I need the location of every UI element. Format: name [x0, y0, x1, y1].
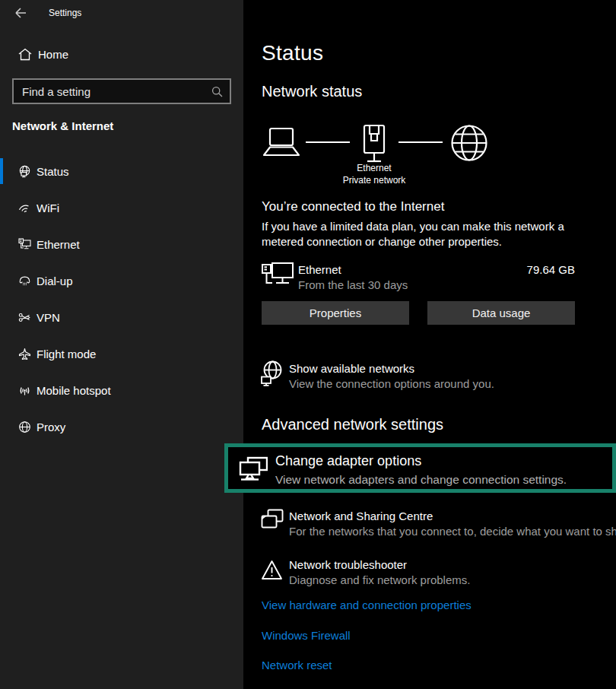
- sidebar-item-wifi[interactable]: WiFi: [0, 189, 243, 226]
- sharing-centre-title[interactable]: Network and Sharing Centre: [289, 510, 433, 522]
- sidebar-item-status[interactable]: Status: [0, 153, 243, 189]
- window-title: Settings: [49, 8, 81, 18]
- sidebar-item-label: VPN: [37, 311, 60, 324]
- sharing-centre-icon: [261, 509, 284, 531]
- selected-accent-bar: [0, 158, 3, 184]
- sidebar-nav: Status WiFi: [0, 153, 243, 445]
- wifi-icon: [18, 202, 31, 214]
- settings-sidebar: Settings Home Network & Internet: [0, 0, 243, 689]
- available-networks-icon[interactable]: [261, 360, 284, 386]
- back-arrow-icon: [13, 5, 28, 21]
- sidebar-item-label: Proxy: [37, 421, 65, 433]
- change-adapter-options-subtitle: View network adapters and change connect…: [275, 473, 567, 487]
- sidebar-item-proxy[interactable]: Proxy: [0, 408, 243, 445]
- sidebar-item-home[interactable]: Home: [18, 46, 68, 62]
- connection-description: If you have a limited data plan, you can…: [262, 219, 583, 249]
- sidebar-item-flight-mode[interactable]: Flight mode: [0, 335, 243, 372]
- troubleshooter-subtitle: Diagnose and fix network problems.: [289, 573, 470, 586]
- show-networks-subtitle: View the connection options around you.: [289, 377, 494, 390]
- sidebar-item-vpn[interactable]: VPN: [0, 299, 243, 335]
- change-adapter-options-title: Change adapter options: [275, 453, 421, 469]
- sidebar-item-label: Dial-up: [37, 275, 73, 287]
- home-icon: [18, 48, 32, 61]
- data-usage-button[interactable]: Data usage: [427, 301, 575, 325]
- laptop-icon: [262, 127, 301, 157]
- sidebar-section-title: Network & Internet: [12, 119, 113, 132]
- diagram-network-type: Private network: [329, 175, 420, 186]
- internet-globe-icon: [450, 124, 488, 162]
- link-network-reset[interactable]: Network reset: [262, 659, 332, 672]
- page-title: Status: [262, 41, 323, 65]
- dialup-phone-icon: [18, 275, 31, 287]
- ethernet-icon: [18, 238, 31, 251]
- vpn-icon: [18, 311, 31, 324]
- network-status-heading: Network status: [262, 83, 362, 100]
- search-input[interactable]: [14, 85, 211, 98]
- usage-amount: 79.64 GB: [262, 263, 575, 276]
- sidebar-item-label: Ethernet: [37, 238, 80, 251]
- properties-button[interactable]: Properties: [262, 301, 409, 325]
- diagram-connector-line: [398, 141, 443, 143]
- usage-period: From the last 30 days: [298, 278, 408, 291]
- sidebar-item-label: Status: [37, 165, 69, 178]
- sidebar-item-label: Mobile hotspot: [37, 384, 111, 397]
- change-adapter-options-row[interactable]: Change adapter options View network adap…: [224, 443, 616, 493]
- show-networks-title[interactable]: Show available networks: [289, 362, 414, 375]
- troubleshooter-title[interactable]: Network troubleshooter: [289, 558, 407, 571]
- sidebar-item-ethernet[interactable]: Ethernet: [0, 226, 243, 262]
- warning-triangle-icon: [261, 560, 283, 580]
- link-windows-firewall[interactable]: Windows Firewall: [262, 629, 351, 642]
- home-label: Home: [38, 48, 68, 61]
- sidebar-item-mobile-hotspot[interactable]: Mobile hotspot: [0, 372, 243, 408]
- airplane-icon: [18, 348, 31, 360]
- globe-icon: [18, 421, 31, 433]
- diagram-connection-name: Ethernet: [329, 163, 420, 173]
- hotspot-antenna-icon: [18, 384, 31, 397]
- back-button[interactable]: [13, 5, 28, 21]
- globe-monitor-icon: [18, 165, 31, 178]
- sidebar-item-label: WiFi: [37, 202, 59, 214]
- diagram-connector-line: [306, 141, 350, 143]
- sidebar-item-label: Flight mode: [37, 348, 96, 360]
- ethernet-plug-icon: [360, 124, 388, 165]
- network-diagram: Ethernet Private network: [262, 123, 513, 189]
- connection-state-text: You’re connected to the Internet: [262, 199, 444, 214]
- search-box: [12, 78, 231, 104]
- adapter-monitors-icon: [239, 456, 268, 484]
- search-icon[interactable]: [211, 86, 223, 97]
- advanced-settings-heading: Advanced network settings: [262, 416, 443, 433]
- status-page: Status Network status: [243, 0, 616, 689]
- sidebar-item-dialup[interactable]: Dial-up: [0, 262, 243, 299]
- link-view-hardware-properties[interactable]: View hardware and connection properties: [262, 599, 472, 611]
- sharing-centre-subtitle: For the networks that you connect to, de…: [289, 525, 616, 538]
